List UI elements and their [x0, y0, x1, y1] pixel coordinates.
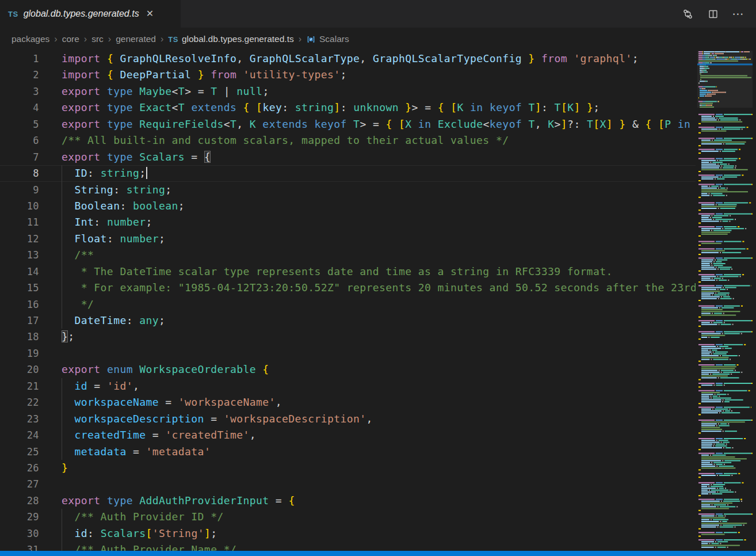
line-number: 21 [0, 378, 39, 394]
code-line[interactable]: 5export type RequireFields<T, K extends … [0, 116, 696, 132]
line-number: 15 [0, 280, 39, 296]
code-line[interactable]: 25 metadata = 'metadata' [0, 444, 696, 460]
open-changes-icon [682, 9, 693, 20]
code-line[interactable]: 6/** All built-in and custom scalars, ma… [0, 132, 696, 148]
line-content: /** [62, 247, 94, 263]
code-line[interactable]: 18}; [0, 329, 696, 345]
breadcrumb: packages › core › src › generated › TS g… [0, 28, 756, 51]
code-line[interactable]: 3export type Maybe<T> = T | null; [0, 83, 696, 100]
line-content: String: string; [62, 182, 172, 198]
open-changes-button[interactable] [679, 5, 696, 22]
code-line[interactable]: 21 id = 'id', [0, 378, 696, 394]
minimap[interactable] [697, 51, 753, 551]
code-line[interactable]: 2import { DeepPartial } from 'utility-ty… [0, 67, 696, 83]
line-number: 1 [0, 51, 39, 67]
line-number: 24 [0, 427, 39, 443]
line-number: 26 [0, 460, 39, 476]
line-number: 27 [0, 476, 39, 492]
line-number: 7 [0, 149, 39, 165]
split-editor-button[interactable] [704, 5, 721, 22]
breadcrumb-item-src[interactable]: src [91, 34, 104, 44]
code-line[interactable]: 19 [0, 345, 696, 361]
code-line[interactable]: 10 Boolean: boolean; [0, 198, 696, 214]
code-line[interactable]: 29 /** Auth Provider ID */ [0, 509, 696, 525]
code-line[interactable]: 11 Int: number; [0, 214, 696, 230]
line-number: 13 [0, 247, 39, 263]
more-actions-button[interactable]: ⋯ [730, 5, 747, 22]
line-number: 19 [0, 345, 39, 361]
vscode-window: TS global.db.types.generated.ts ✕ [0, 0, 756, 556]
line-content: workspaceDescription = 'workspaceDescrip… [62, 411, 373, 427]
tab-title: global.db.types.generated.ts [24, 9, 139, 19]
breadcrumb-item-packages[interactable]: packages [12, 34, 49, 44]
code-line[interactable]: 15 * For example: "1985-04-12T23:20:50.5… [0, 280, 696, 296]
code-line[interactable]: 26} [0, 460, 696, 476]
line-number: 25 [0, 444, 39, 460]
line-number: 14 [0, 264, 39, 280]
line-number: 23 [0, 411, 39, 427]
code-line[interactable]: 16 */ [0, 296, 696, 313]
line-content: DateTime: any; [62, 313, 165, 329]
code-line[interactable]: 9 String: string; [0, 182, 696, 198]
code-line[interactable]: 1import { GraphQLResolveInfo, GraphQLSca… [0, 51, 696, 67]
breadcrumb-item-generated[interactable]: generated [116, 34, 156, 44]
line-number: 9 [0, 182, 39, 198]
breadcrumb-item-core[interactable]: core [62, 34, 79, 44]
line-number: 28 [0, 493, 39, 509]
code-line[interactable]: 24 createdTime = 'createdTime', [0, 427, 696, 443]
split-editor-icon [708, 9, 719, 20]
code-line[interactable]: 14 * The DateTime scalar type represents… [0, 264, 696, 280]
editor-actions: ⋯ [679, 0, 756, 28]
breadcrumb-item-file[interactable]: TS global.db.types.generated.ts [168, 34, 293, 44]
line-content: Boolean: boolean; [62, 198, 185, 214]
editor-tab[interactable]: TS global.db.types.generated.ts ✕ [0, 0, 181, 28]
line-content: createdTime = 'createdTime', [62, 427, 256, 443]
line-number: 20 [0, 361, 39, 378]
code-line[interactable]: 17 DateTime: any; [0, 313, 696, 329]
line-number: 30 [0, 525, 39, 542]
code-line[interactable]: 28export type AddAuthProviderInput = { [0, 493, 696, 509]
line-number: 5 [0, 116, 39, 132]
typescript-file-icon: TS [168, 35, 178, 44]
tab-bar: TS global.db.types.generated.ts ✕ [0, 0, 756, 28]
line-content: export type Exact<T extends { [key: stri… [62, 100, 600, 116]
line-number: 8 [0, 165, 39, 181]
code-line[interactable]: 12 Float: number; [0, 231, 696, 247]
code-line[interactable]: 7export type Scalars = { [0, 149, 696, 165]
code-line[interactable]: 13 /** [0, 247, 696, 263]
code-editor[interactable]: 1import { GraphQLResolveInfo, GraphQLSca… [0, 51, 696, 556]
breadcrumb-item-symbol-scalars[interactable]: Scalars [306, 34, 349, 44]
line-number: 3 [0, 83, 39, 100]
breadcrumb-separator: › [161, 34, 163, 44]
line-content: export type RequireFields<T, K extends k… [62, 116, 696, 132]
breadcrumb-separator: › [299, 34, 301, 44]
line-number: 22 [0, 394, 39, 410]
code-line[interactable]: 20export enum WorkspaceOrderable { [0, 361, 696, 378]
breadcrumb-separator: › [54, 34, 57, 44]
code-lines: 1import { GraphQLResolveInfo, GraphQLSca… [0, 51, 696, 556]
line-content: metadata = 'metadata' [62, 444, 211, 460]
code-line[interactable]: 22 workspaceName = 'workspaceName', [0, 394, 696, 410]
text-cursor [146, 167, 147, 179]
code-line[interactable]: 8 ID: string; [0, 165, 696, 181]
line-content: Float: number; [62, 231, 165, 247]
code-line[interactable]: 23 workspaceDescription = 'workspaceDesc… [0, 411, 696, 427]
line-number: 18 [0, 329, 39, 345]
code-line[interactable]: 30 id: Scalars['String']; [0, 525, 696, 542]
line-content: import { DeepPartial } from 'utility-typ… [62, 67, 347, 83]
typescript-file-icon: TS [8, 10, 18, 18]
line-content: export enum WorkspaceOrderable { [62, 361, 269, 378]
code-line[interactable]: 27 [0, 476, 696, 492]
status-bar-accent [0, 551, 756, 556]
more-actions-icon: ⋯ [732, 7, 744, 21]
line-content: * For example: "1985-04-12T23:20:50.52Z"… [62, 280, 696, 296]
line-content: } [62, 460, 68, 476]
code-line[interactable]: 4export type Exact<T extends { [key: str… [0, 100, 696, 116]
line-number: 29 [0, 509, 39, 525]
line-content: workspaceName = 'workspaceName', [62, 394, 282, 410]
line-number: 6 [0, 132, 39, 148]
line-content: id = 'id', [62, 378, 139, 394]
symbol-type-icon [306, 35, 316, 44]
line-content: export type Scalars = { [62, 149, 211, 165]
close-tab-icon[interactable]: ✕ [146, 9, 154, 18]
